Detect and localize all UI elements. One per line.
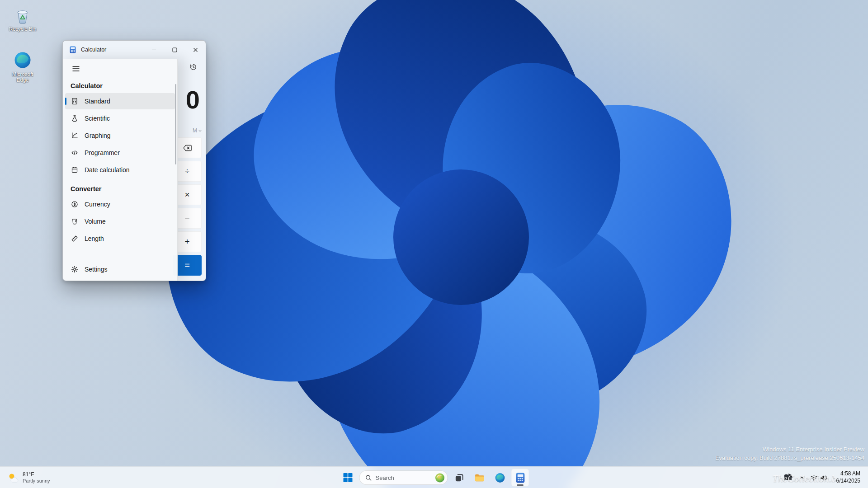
desktop-icon-label: Recycle Bin bbox=[9, 26, 37, 32]
gear-icon bbox=[71, 266, 78, 273]
backspace-icon bbox=[183, 145, 192, 151]
volume-icon bbox=[820, 474, 827, 482]
file-explorer-icon bbox=[474, 472, 485, 483]
graph-icon bbox=[71, 132, 78, 140]
edge-icon bbox=[494, 472, 505, 483]
task-view-icon bbox=[454, 473, 464, 483]
calculator-nav-flyout: Calculator Standard Scientific Graphing bbox=[63, 59, 178, 281]
nav-item-label: Volume bbox=[85, 218, 106, 225]
tray-overflow-button[interactable] bbox=[797, 469, 807, 487]
hamburger-menu-button[interactable] bbox=[67, 61, 85, 76]
chevron-up-icon bbox=[799, 475, 805, 481]
weather-widget-button[interactable]: 81°F Partly sunny bbox=[2, 467, 56, 488]
desktop-icon-recycle-bin[interactable]: Recycle Bin bbox=[3, 6, 42, 32]
nav-item-label: Graphing bbox=[85, 132, 111, 139]
tray-time: 4:58 AM bbox=[840, 470, 860, 478]
tray-date: 6/14/2025 bbox=[836, 478, 860, 485]
nav-item-label: Settings bbox=[85, 266, 108, 273]
watermark-line-1: Windows 11 Enterprise Insider Preview bbox=[715, 446, 864, 454]
memory-flyout-button[interactable]: M bbox=[193, 127, 202, 134]
system-tray-button[interactable] bbox=[808, 469, 830, 487]
nav-item-length[interactable]: Length bbox=[65, 230, 175, 247]
bloom-wallpaper bbox=[113, 0, 809, 488]
nav-item-currency[interactable]: Currency bbox=[65, 196, 175, 212]
nav-item-settings[interactable]: Settings bbox=[65, 261, 175, 277]
nav-item-label: Date calculation bbox=[85, 166, 130, 174]
nav-item-label: Programmer bbox=[85, 149, 120, 156]
nav-item-standard[interactable]: Standard bbox=[65, 93, 175, 109]
nav-item-label: Length bbox=[85, 235, 104, 242]
calculator-display: 0 bbox=[186, 85, 199, 114]
partly-sunny-icon bbox=[7, 472, 19, 483]
start-button[interactable] bbox=[339, 469, 357, 487]
calendar-icon bbox=[71, 166, 78, 174]
nav-item-label: Scientific bbox=[85, 115, 110, 122]
hamburger-icon bbox=[72, 66, 80, 72]
search-icon bbox=[365, 474, 372, 481]
calculator-taskbar-button[interactable] bbox=[511, 469, 529, 487]
search-highlight-icon bbox=[435, 473, 445, 483]
window-title: Calculator bbox=[81, 47, 106, 53]
taskbar-tray: 4:58 AM 6/14/2025 bbox=[780, 467, 866, 488]
insider-preview-watermark: Windows 11 Enterprise Insider Preview Ev… bbox=[715, 446, 864, 463]
desktop-icon-label: Microsoft Edge bbox=[6, 71, 39, 83]
close-button[interactable] bbox=[185, 41, 206, 59]
recycle-bin-icon bbox=[14, 6, 32, 24]
calculator-app-icon bbox=[69, 46, 76, 53]
nav-section-header-calculator: Calculator bbox=[63, 79, 177, 92]
book-pen-icon bbox=[783, 472, 793, 483]
nav-list: Calculator Standard Scientific Graphing bbox=[63, 79, 177, 248]
measuring-cup-icon bbox=[71, 218, 78, 225]
watermark-line-2: Evaluation copy. Build 27881.rs_prerelea… bbox=[715, 454, 864, 463]
nav-item-date-calculation[interactable]: Date calculation bbox=[65, 162, 175, 178]
code-icon bbox=[71, 149, 78, 157]
calculator-icon bbox=[514, 472, 526, 483]
nav-item-programmer[interactable]: Programmer bbox=[65, 145, 175, 161]
desktop: { "theme": { "accent": "#0067c0" }, "des… bbox=[0, 0, 868, 488]
nav-item-scientific[interactable]: Scientific bbox=[65, 110, 175, 127]
nav-item-volume[interactable]: Volume bbox=[65, 213, 175, 230]
search-placeholder: Search bbox=[376, 474, 431, 481]
taskbar-center-cluster: Search bbox=[339, 469, 529, 487]
nav-item-label: Standard bbox=[85, 98, 110, 105]
science-flask-icon bbox=[71, 115, 78, 122]
ruler-icon bbox=[71, 235, 78, 243]
maximize-icon bbox=[172, 47, 177, 52]
calculator-window: Calculator 0 M bbox=[62, 40, 206, 281]
weather-temperature: 81°F bbox=[23, 471, 34, 478]
edge-icon bbox=[13, 51, 32, 70]
calculator-titlebar[interactable]: Calculator bbox=[63, 41, 206, 59]
search-input[interactable]: Search bbox=[359, 470, 448, 485]
weather-condition: Partly sunny bbox=[23, 478, 50, 484]
close-icon bbox=[193, 47, 198, 52]
chevron-down-icon bbox=[198, 129, 202, 133]
nav-item-label: Currency bbox=[85, 201, 110, 208]
desktop-icon-microsoft-edge[interactable]: Microsoft Edge bbox=[3, 51, 42, 83]
windows-logo-icon bbox=[343, 473, 353, 483]
minimize-button[interactable] bbox=[143, 41, 164, 59]
maximize-button[interactable] bbox=[164, 41, 185, 59]
history-icon[interactable] bbox=[185, 60, 201, 74]
nav-item-graphing[interactable]: Graphing bbox=[65, 127, 175, 144]
memory-label: M bbox=[193, 127, 197, 134]
edge-taskbar-button[interactable] bbox=[491, 469, 509, 487]
collection-logo-button[interactable] bbox=[780, 469, 796, 487]
currency-icon bbox=[71, 201, 78, 208]
nav-scrollbar[interactable] bbox=[175, 84, 177, 164]
standard-calculator-icon bbox=[71, 98, 78, 105]
minimize-icon bbox=[151, 47, 156, 52]
file-explorer-button[interactable] bbox=[471, 469, 489, 487]
clock-button[interactable]: 4:58 AM 6/14/2025 bbox=[830, 469, 866, 487]
taskbar: 81°F Partly sunny Search bbox=[0, 466, 868, 488]
network-icon bbox=[810, 474, 818, 482]
nav-section-header-converter: Converter bbox=[63, 179, 177, 195]
task-view-button[interactable] bbox=[450, 469, 468, 487]
